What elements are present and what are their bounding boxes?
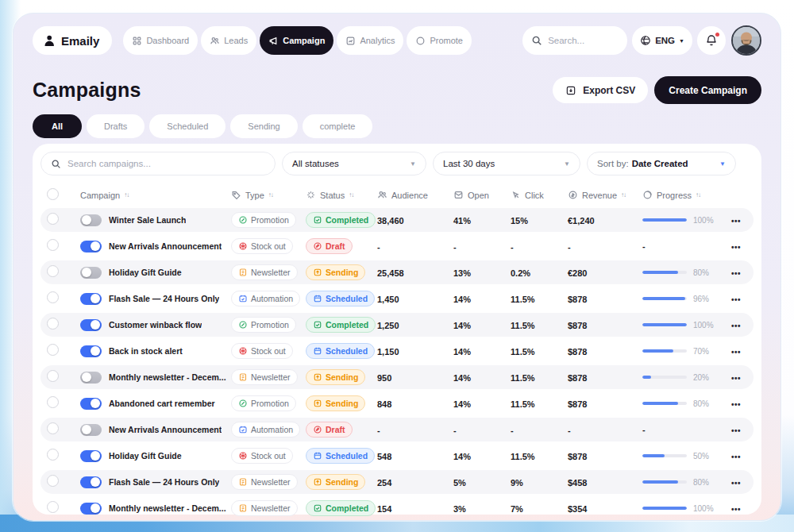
page-title: Campaigns <box>33 79 141 102</box>
row-menu-button[interactable]: ••• <box>731 348 741 357</box>
row-checkbox[interactable] <box>47 239 59 251</box>
progress-bar <box>642 297 687 300</box>
row-checkbox[interactable] <box>47 501 59 513</box>
status-filter-select[interactable]: All statuses ▼ <box>282 152 426 175</box>
globe-icon <box>640 35 651 46</box>
table-row: Winter Sale LaunchPromotionCompleted38,4… <box>40 208 754 232</box>
status-label: Sending <box>326 399 358 408</box>
progress-label: 20% <box>693 373 709 382</box>
row-menu-button[interactable]: ••• <box>731 400 741 409</box>
nav-tab-leads[interactable]: Leads <box>201 26 256 55</box>
status-filter-value: All statuses <box>292 159 339 168</box>
column-header-progress[interactable]: Progress↑↓ <box>642 190 715 200</box>
sort-select[interactable]: Sort by:Date Created ▼ <box>587 152 736 175</box>
column-header-revenue[interactable]: Revenue↑↓ <box>568 190 642 200</box>
row-menu-button[interactable]: ••• <box>731 269 741 278</box>
table-header-row: Campaign↑↓Type↑↓Status↑↓AudienceOpenClic… <box>40 183 754 208</box>
promotion-icon <box>238 399 248 408</box>
completed-icon <box>313 503 322 513</box>
progress-cell: 80% <box>642 268 715 277</box>
user-avatar[interactable] <box>731 25 761 56</box>
campaign-toggle[interactable] <box>80 267 102 279</box>
language-selector[interactable]: ENG ▼ <box>632 26 692 55</box>
select-all-checkbox[interactable] <box>47 188 59 200</box>
campaign-name: Customer winback flow <box>109 320 202 330</box>
row-menu-button[interactable]: ••• <box>731 426 741 435</box>
chart-icon <box>345 36 356 46</box>
campaign-name: Flash Sale — 24 Hours Only <box>109 294 219 303</box>
row-menu-button[interactable]: ••• <box>731 453 741 461</box>
row-checkbox[interactable] <box>47 422 59 434</box>
column-header-status[interactable]: Status↑↓ <box>306 190 377 200</box>
row-checkbox[interactable] <box>47 475 59 487</box>
column-header-campaign[interactable]: Campaign↑↓ <box>80 191 231 200</box>
campaign-toggle[interactable] <box>80 503 102 515</box>
search-icon <box>531 35 542 46</box>
row-checkbox[interactable] <box>47 291 59 303</box>
row-menu-button[interactable]: ••• <box>731 295 741 304</box>
open-rate: 14% <box>453 373 471 383</box>
campaign-toggle[interactable] <box>80 293 102 305</box>
filter-tab-scheduled[interactable]: Scheduled <box>149 114 225 138</box>
filter-tab-drafts[interactable]: Drafts <box>87 114 145 138</box>
create-campaign-button[interactable]: Create Campaign <box>654 76 761 104</box>
campaign-toggle[interactable] <box>80 450 102 462</box>
campaign-toggle[interactable] <box>80 372 102 384</box>
row-checkbox[interactable] <box>47 318 59 330</box>
type-label: Stock out <box>251 241 286 251</box>
completed-icon <box>313 215 322 225</box>
campaign-toggle[interactable] <box>80 319 102 331</box>
filter-tab-complete[interactable]: complete <box>303 114 373 138</box>
revenue-value: $878 <box>568 373 587 383</box>
row-checkbox[interactable] <box>47 344 59 356</box>
status-badge: Completed <box>306 317 376 333</box>
campaign-toggle[interactable] <box>80 214 102 226</box>
date-range-select[interactable]: Last 30 days ▼ <box>433 152 580 175</box>
scheduled-icon <box>313 294 322 303</box>
row-checkbox[interactable] <box>47 449 59 461</box>
campaign-toggle[interactable] <box>80 241 102 253</box>
nav-tab-promote[interactable]: Promote <box>407 26 472 55</box>
row-checkbox[interactable] <box>47 396 59 408</box>
export-csv-button[interactable]: Export CSV <box>553 77 648 103</box>
progress-label: 96% <box>693 295 709 303</box>
column-header-open: Open <box>453 190 511 200</box>
audience-value: - <box>377 242 380 252</box>
campaign-toggle[interactable] <box>80 476 102 488</box>
filter-tab-all[interactable]: All <box>33 114 82 138</box>
row-menu-button[interactable]: ••• <box>731 374 741 383</box>
campaign-search-input[interactable]: Search campaigns... <box>40 152 276 175</box>
row-menu-button[interactable]: ••• <box>731 243 741 252</box>
open-rate: 5% <box>453 478 466 488</box>
person-icon <box>42 34 56 48</box>
campaign-toggle[interactable] <box>80 398 102 410</box>
type-label: Promotion <box>251 399 289 408</box>
nav-tab-dashboard[interactable]: Dashboard <box>123 26 198 55</box>
row-menu-button[interactable]: ••• <box>731 322 741 330</box>
nav-tab-campaign[interactable]: Campaign <box>260 26 333 55</box>
nav-tab-label: Dashboard <box>146 36 189 45</box>
table-controls: Search campaigns... All statuses ▼ Last … <box>40 152 754 175</box>
row-menu-button[interactable]: ••• <box>731 505 741 514</box>
revenue-value: $878 <box>568 321 587 330</box>
sort-arrows-icon: ↑↓ <box>621 191 626 199</box>
row-checkbox[interactable] <box>47 265 59 277</box>
brand-logo[interactable]: Emaily <box>33 26 112 55</box>
nav-tab-analytics[interactable]: Analytics <box>337 26 403 55</box>
campaign-toggle[interactable] <box>80 424 102 436</box>
row-menu-button[interactable]: ••• <box>731 217 741 226</box>
global-search-input[interactable]: Search... <box>522 26 627 55</box>
progress-label: 70% <box>693 347 709 356</box>
progress-cell: 50% <box>642 452 715 461</box>
row-checkbox[interactable] <box>47 213 59 225</box>
notifications-button[interactable] <box>697 26 726 55</box>
campaign-toggle[interactable] <box>80 345 102 357</box>
row-menu-button[interactable]: ••• <box>731 479 741 488</box>
type-badge: Automation <box>231 422 300 438</box>
filter-tab-sending[interactable]: Sending <box>230 114 297 138</box>
column-header-type[interactable]: Type↑↓ <box>231 190 306 200</box>
type-badge: Automation <box>231 291 300 306</box>
row-checkbox[interactable] <box>47 370 59 382</box>
campaign-search-placeholder: Search campaigns... <box>67 159 151 168</box>
sending-icon <box>313 477 322 487</box>
